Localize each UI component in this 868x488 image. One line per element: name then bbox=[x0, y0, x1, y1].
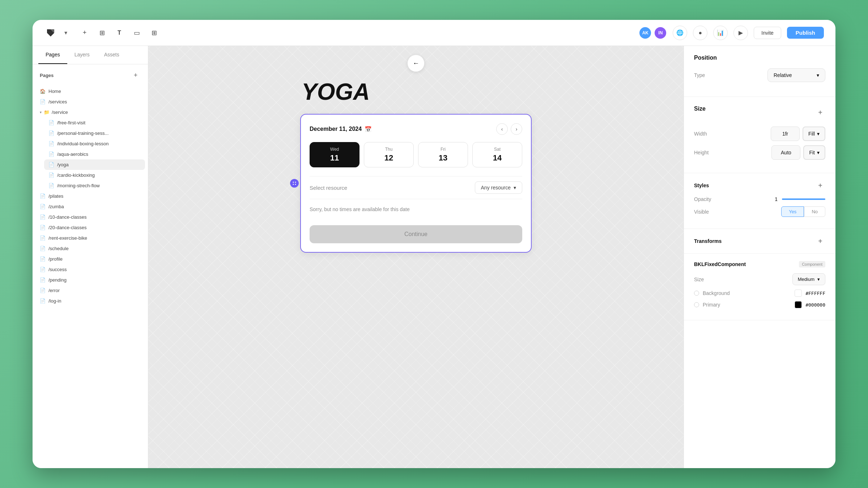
logo-button[interactable] bbox=[44, 26, 57, 39]
canvas-content: YOGA December 11, 2024 📅 bbox=[300, 78, 532, 253]
height-mode-dropdown[interactable]: Fit ▾ bbox=[803, 145, 825, 160]
day-button-sat[interactable]: Sat 14 bbox=[472, 142, 522, 167]
day-button-wed[interactable]: Wed 11 bbox=[310, 142, 359, 167]
transforms-header: Transforms + bbox=[694, 236, 825, 246]
component-size-value: Medium bbox=[798, 277, 814, 282]
day-button-thu[interactable]: Thu 12 bbox=[364, 142, 414, 167]
transforms-title: Transforms bbox=[694, 238, 722, 244]
sidebar-item-label: /services bbox=[48, 99, 67, 104]
height-label: Height bbox=[694, 150, 709, 155]
add-page-button[interactable]: + bbox=[131, 70, 141, 80]
add-element-button[interactable]: + bbox=[77, 26, 92, 40]
page-icon: 📄 bbox=[48, 120, 54, 125]
sidebar-tabs: Pages Layers Assets bbox=[33, 46, 148, 64]
prev-date-button[interactable]: ‹ bbox=[496, 123, 508, 135]
sidebar-item-free-first-visit[interactable]: 📄 /free-first-visit bbox=[44, 117, 145, 128]
component-size-select[interactable]: Medium ▾ bbox=[792, 273, 825, 285]
sidebar-item-label: /10-dance-classes bbox=[48, 214, 87, 220]
invite-button[interactable]: Invite bbox=[754, 27, 781, 39]
next-date-button[interactable]: › bbox=[511, 123, 522, 135]
any-resource-select[interactable]: Any resource ▾ bbox=[475, 181, 522, 194]
sidebar-item-label: /service bbox=[52, 110, 68, 115]
visible-yes-button[interactable]: Yes bbox=[781, 206, 804, 217]
dropdown-icon: ▾ bbox=[514, 185, 516, 191]
sidebar-item-login[interactable]: 📄 /log-in bbox=[35, 296, 145, 306]
sidebar-item-pending[interactable]: 📄 /pending bbox=[35, 275, 145, 285]
day-name: Thu bbox=[385, 147, 393, 152]
visible-no-button[interactable]: No bbox=[804, 206, 825, 217]
width-value-input[interactable] bbox=[771, 127, 800, 141]
sidebar-item-aqua-aerobics[interactable]: 📄 /aqua-aerobics bbox=[44, 149, 145, 159]
component-name: BKLFixedComponent bbox=[694, 261, 746, 267]
sidebar-item-home[interactable]: 🏠 Home bbox=[35, 86, 145, 97]
toolbar-left: ▾ + ⊞ T ▭ ⊞ bbox=[44, 26, 633, 40]
globe-button[interactable]: 🌐 bbox=[673, 26, 687, 40]
continue-button[interactable]: Continue bbox=[310, 225, 522, 243]
position-type-dropdown[interactable]: Relative ▾ bbox=[767, 68, 825, 82]
add-transform-button[interactable]: + bbox=[815, 236, 825, 246]
sidebar-item-rent-bike[interactable]: 📄 /rent-exercise-bike bbox=[35, 233, 145, 243]
sidebar-item-schedule[interactable]: 📄 /schedule bbox=[35, 243, 145, 254]
primary-label: Primary bbox=[703, 302, 720, 308]
sidebar-item-boxing[interactable]: 📄 /individual-boxing-lesson bbox=[44, 138, 145, 149]
dropdown-chevron-icon: ▾ bbox=[817, 72, 819, 78]
page-icon: 📄 bbox=[40, 193, 46, 199]
sidebar-folder-service[interactable]: ▾ 📁 /service bbox=[35, 107, 145, 117]
calendar-icon[interactable]: 📅 bbox=[365, 126, 372, 133]
tab-layers[interactable]: Layers bbox=[67, 46, 97, 64]
opacity-slider[interactable] bbox=[782, 198, 825, 200]
toolbar-right: AK IN 🌐 ● 📊 ▶ Invite Publish bbox=[639, 26, 824, 40]
container-button[interactable]: ▭ bbox=[129, 26, 144, 40]
dropdown-chevron-icon: ▾ bbox=[817, 131, 820, 137]
tab-assets[interactable]: Assets bbox=[97, 46, 127, 64]
add-style-button[interactable]: + bbox=[815, 180, 825, 191]
svg-point-1 bbox=[295, 182, 296, 183]
sidebar-item-10-dance[interactable]: 📄 /10-dance-classes bbox=[35, 212, 145, 222]
sidebar-item-label: /20-dance-classes bbox=[48, 225, 87, 230]
sidebar-items: 🏠 Home 📄 /services ▾ 📁 /service 📄 /free-… bbox=[33, 86, 148, 468]
publish-button[interactable]: Publish bbox=[787, 27, 824, 39]
sidebar-item-personal-training[interactable]: 📄 /personal-training-sess... bbox=[44, 128, 145, 138]
tab-pages[interactable]: Pages bbox=[38, 46, 67, 64]
record-button[interactable]: ● bbox=[693, 26, 707, 40]
size-title: Size bbox=[694, 106, 706, 112]
sidebar-item-profile[interactable]: 📄 /profile bbox=[35, 254, 145, 264]
element-handle[interactable] bbox=[290, 179, 299, 188]
primary-color-value[interactable]: #000000 bbox=[795, 301, 825, 308]
primary-color-hex: #000000 bbox=[805, 302, 825, 308]
chevron-down-icon[interactable]: ▾ bbox=[61, 29, 70, 37]
sidebar-item-label: /free-first-visit bbox=[57, 120, 85, 125]
analytics-button[interactable]: 📊 bbox=[713, 26, 728, 40]
resource-row: Select resource Any resource ▾ bbox=[310, 176, 522, 199]
sidebar-item-cardio[interactable]: 📄 /cardio-kickboxing bbox=[44, 170, 145, 180]
sidebar-item-zumba[interactable]: 📄 /zumba bbox=[35, 201, 145, 212]
chevron-right-icon: ▾ bbox=[40, 110, 42, 114]
page-icon: 📄 bbox=[48, 151, 54, 157]
sidebar-item-20-dance[interactable]: 📄 /20-dance-classes bbox=[35, 222, 145, 233]
sidebar-item-services[interactable]: 📄 /services bbox=[35, 97, 145, 107]
sidebar-item-error[interactable]: 📄 /error bbox=[35, 285, 145, 296]
back-button[interactable]: ← bbox=[407, 55, 425, 72]
height-value-input[interactable] bbox=[771, 145, 800, 160]
right-panel: Position Type Relative ▾ Size + Width bbox=[684, 46, 835, 468]
avatar-ak: AK bbox=[639, 26, 652, 39]
sidebar-item-strech[interactable]: 📄 /morning-strech-flow bbox=[44, 180, 145, 191]
styles-header: Styles + bbox=[694, 180, 825, 191]
styles-section: Styles + Opacity 1 Visible Yes No bbox=[684, 173, 835, 229]
day-name: Fri bbox=[441, 147, 446, 152]
width-mode-dropdown[interactable]: Fill ▾ bbox=[803, 127, 825, 141]
add-size-button[interactable]: + bbox=[815, 107, 825, 117]
sidebar-item-success[interactable]: 📄 /success bbox=[35, 264, 145, 275]
preview-button[interactable]: ▶ bbox=[733, 26, 748, 40]
background-row: Background #FFFFFF bbox=[694, 290, 825, 297]
background-color-value[interactable]: #FFFFFF bbox=[795, 290, 825, 297]
sidebar-item-yoga[interactable]: 📄 /yoga bbox=[44, 159, 145, 170]
avatar-group: AK IN bbox=[639, 26, 667, 39]
page-icon: 📄 bbox=[40, 204, 46, 209]
text-tool-button[interactable]: T bbox=[112, 26, 127, 40]
sidebar-item-pilates[interactable]: 📄 /pilates bbox=[35, 191, 145, 201]
day-button-fri[interactable]: Fri 13 bbox=[418, 142, 468, 167]
grid-layout-button[interactable]: ⊞ bbox=[95, 26, 109, 40]
apps-button[interactable]: ⊞ bbox=[147, 26, 161, 40]
width-label: Width bbox=[694, 131, 707, 137]
